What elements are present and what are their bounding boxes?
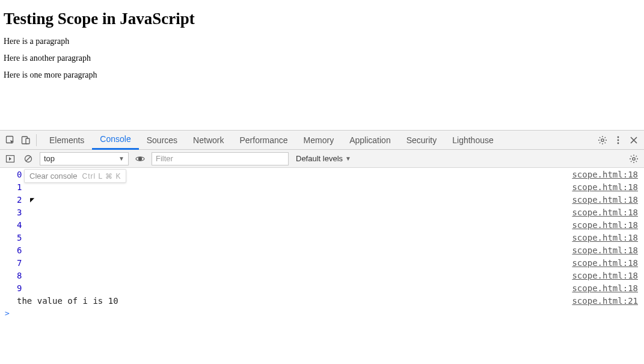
tab-label: Memory [304, 135, 334, 145]
log-value: the value of i is 10 [17, 296, 118, 306]
tab-console[interactable]: Console [92, 131, 138, 150]
svg-point-10 [138, 156, 142, 160]
svg-point-12 [633, 157, 635, 159]
log-source-link[interactable]: scope.html:18 [572, 170, 638, 179]
console-log-row: 9scope.html:18 [0, 282, 644, 294]
tab-label: Lighthouse [452, 135, 494, 145]
close-icon[interactable] [626, 132, 642, 148]
log-value: 8 [17, 271, 22, 280]
settings-icon[interactable] [595, 132, 610, 148]
tab-label: Sources [147, 135, 177, 145]
context-value: top [44, 154, 55, 163]
log-source-link[interactable]: scope.html:18 [572, 271, 638, 280]
page-paragraph: Here is a paragraph [4, 37, 640, 46]
tab-sources[interactable]: Sources [139, 131, 185, 150]
tab-label: Performance [239, 135, 287, 145]
levels-label: Default levels [296, 154, 343, 163]
device-toolbar-icon[interactable] [18, 132, 34, 148]
console-log-row: 7scope.html:18 [0, 256, 644, 269]
svg-point-5 [618, 139, 619, 141]
console-toolbar: top ▼ Default levels ▼ [0, 150, 644, 168]
chevron-down-icon: ▼ [345, 155, 351, 162]
log-source-link[interactable]: scope.html:18 [572, 182, 638, 192]
execution-context-select[interactable]: top ▼ [40, 152, 129, 165]
tab-lighthouse[interactable]: Lighthouse [444, 131, 501, 150]
inspect-element-icon[interactable] [2, 132, 18, 148]
log-value: 1 [17, 182, 22, 192]
page-paragraph: Here is another paragraph [4, 54, 640, 63]
tab-label: Elements [49, 135, 84, 145]
tab-label: Security [406, 135, 437, 145]
tab-label: Application [349, 135, 391, 145]
log-source-link[interactable]: scope.html:18 [572, 195, 638, 205]
tab-memory[interactable]: Memory [296, 131, 342, 150]
divider [36, 134, 37, 146]
console-log-row: the value of i is 10scope.html:21 [0, 294, 644, 307]
console-log-row: 2scope.html:18 [0, 193, 644, 206]
console-prompt[interactable]: > [0, 307, 644, 319]
console-log-row: 6scope.html:18 [0, 244, 644, 256]
tab-performance[interactable]: Performance [232, 131, 295, 150]
devtools-panel: Elements Console Sources Network Perform… [0, 130, 644, 364]
chevron-down-icon: ▼ [118, 155, 124, 162]
svg-line-9 [26, 156, 31, 161]
tab-network[interactable]: Network [185, 131, 232, 150]
prompt-chevron-icon: > [5, 309, 10, 318]
log-source-link[interactable]: scope.html:18 [572, 258, 638, 268]
kebab-menu-icon[interactable] [610, 132, 626, 148]
clear-console-icon[interactable] [22, 152, 35, 165]
log-levels-select[interactable]: Default levels ▼ [296, 154, 351, 163]
console-settings-icon[interactable] [627, 152, 640, 165]
log-source-link[interactable]: scope.html:18 [572, 283, 638, 293]
console-log-row: 8scope.html:18 [0, 269, 644, 282]
tooltip-shortcut: Ctrl L ⌘ K [82, 172, 121, 180]
log-value: 7 [17, 258, 22, 268]
log-value: 5 [17, 233, 22, 242]
console-log-row: 3scope.html:18 [0, 206, 644, 218]
live-expression-icon[interactable] [133, 152, 147, 165]
page-paragraph: Here is one more paragraph [4, 70, 640, 80]
console-output: Clear console Ctrl L ⌘ K ◤ 0scope.html:1… [0, 168, 644, 364]
log-value: 0 [17, 170, 22, 179]
log-value: 3 [17, 208, 22, 217]
clear-console-tooltip: Clear console Ctrl L ⌘ K [24, 169, 126, 183]
log-source-link[interactable]: scope.html:18 [572, 245, 638, 255]
tab-label: Network [193, 135, 224, 145]
log-source-link[interactable]: scope.html:18 [572, 220, 638, 230]
log-value: 9 [17, 283, 22, 293]
tab-application[interactable]: Application [342, 131, 399, 150]
toggle-sidebar-icon[interactable] [4, 152, 17, 165]
console-log-row: 4scope.html:18 [0, 218, 644, 231]
tab-elements[interactable]: Elements [41, 131, 92, 150]
console-log-row: 5scope.html:18 [0, 231, 644, 244]
svg-point-3 [601, 138, 604, 141]
svg-rect-2 [26, 138, 29, 144]
log-value: 4 [17, 220, 22, 230]
svg-point-4 [618, 136, 619, 138]
svg-point-6 [618, 142, 619, 144]
tab-security[interactable]: Security [399, 131, 445, 150]
log-source-link[interactable]: scope.html:21 [572, 296, 638, 306]
log-source-link[interactable]: scope.html:18 [572, 233, 638, 242]
log-value: 2 [17, 195, 22, 205]
page-document: Testing Scope in JavaScript Here is a pa… [0, 0, 644, 80]
devtools-tabstrip: Elements Console Sources Network Perform… [0, 131, 644, 150]
log-value: 6 [17, 245, 22, 255]
filter-input[interactable] [152, 152, 289, 165]
tooltip-label: Clear console [29, 171, 78, 180]
page-title: Testing Scope in JavaScript [4, 10, 640, 28]
log-source-link[interactable]: scope.html:18 [572, 208, 638, 217]
tab-label: Console [100, 134, 130, 144]
